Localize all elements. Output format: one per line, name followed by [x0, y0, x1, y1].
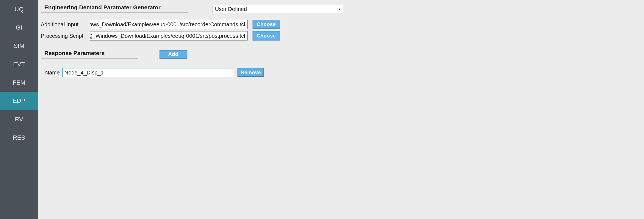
generator-selected-value: User Defined — [215, 6, 247, 12]
processing-script-label: Processing Script — [41, 33, 90, 39]
additional-input-field[interactable]: E-UQ_Windows_Download/Examples/eeuq-0001… — [90, 20, 248, 29]
app-root: UQ GI SIM EVT FEM EDP RV RES Engineering… — [0, 0, 644, 219]
generator-dropdown[interactable]: User Defined ▼ — [213, 5, 343, 13]
response-section-title: Response Parameters — [41, 50, 138, 59]
main-panel: Engineering Demand Paramater Generator U… — [38, 0, 644, 219]
sidebar-item-gi[interactable]: GI — [0, 18, 38, 37]
sidebar-item-uq[interactable]: UQ — [0, 0, 38, 18]
sidebar-item-rv[interactable]: RV — [0, 110, 38, 128]
sidebar-item-evt[interactable]: EVT — [0, 55, 38, 73]
sidebar-item-edp[interactable]: EDP — [0, 92, 38, 110]
add-parameter-button[interactable]: Add — [159, 50, 187, 59]
choose-additional-button[interactable]: Choose — [253, 20, 280, 29]
additional-input-row: Additional Input E-UQ_Windows_Download/E… — [41, 20, 644, 29]
sidebar-item-res[interactable]: RES — [0, 128, 38, 147]
header-row: Engineering Demand Paramater Generator U… — [41, 4, 644, 13]
processing-script-field[interactable]: nload/EE-UQ_Windows_Download/Examples/ee… — [90, 31, 248, 41]
page-title: Engineering Demand Paramater Generator — [41, 4, 188, 13]
param-name-label: Name — [45, 70, 60, 76]
processing-script-row: Processing Script nload/EE-UQ_Windows_Do… — [41, 31, 644, 41]
additional-input-label: Additional Input — [41, 21, 90, 28]
response-header-row: Response Parameters Add — [41, 50, 644, 59]
choose-processing-button[interactable]: Choose — [253, 31, 280, 41]
param-name-input[interactable]: Node_4_Disp_1 — [62, 68, 234, 77]
response-param-row: Name Node_4_Disp_1 Remove — [41, 68, 644, 77]
sidebar-item-sim[interactable]: SIM — [0, 37, 38, 55]
sidebar-item-fem[interactable]: FEM — [0, 73, 38, 92]
chevron-down-icon: ▼ — [338, 8, 341, 11]
remove-parameter-button[interactable]: Remove — [237, 68, 264, 77]
sidebar-nav: UQ GI SIM EVT FEM EDP RV RES — [0, 0, 38, 219]
text-cursor — [104, 70, 104, 76]
